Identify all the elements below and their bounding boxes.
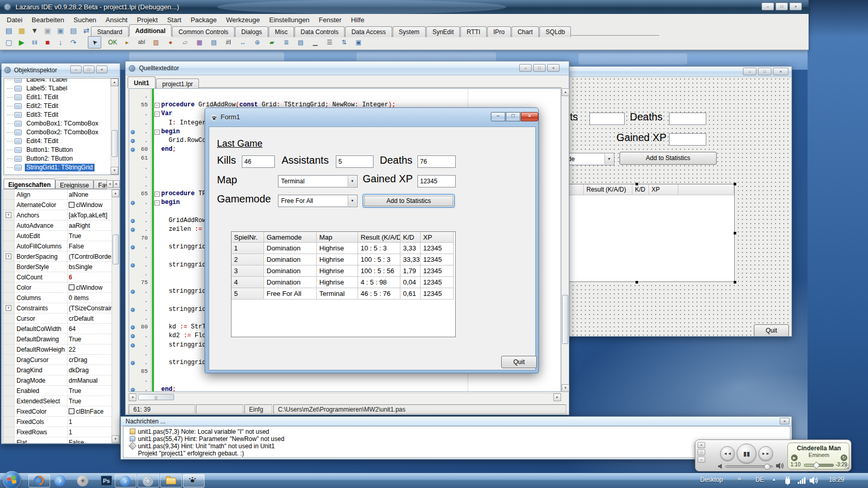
inspector-splitter[interactable]: ......... — [4, 175, 119, 179]
quit-button[interactable]: Quit — [754, 324, 789, 336]
grid-cell[interactable]: 3 — [231, 265, 264, 277]
grid-cell[interactable]: 4 — [231, 277, 264, 288]
grid-cell[interactable]: Free For All — [264, 288, 317, 300]
close-button[interactable]: × — [698, 442, 705, 448]
grid-cell[interactable]: 10 : 5 : 3 — [358, 243, 400, 254]
shape-icon[interactable]: ● — [164, 37, 177, 48]
tree-item[interactable]: Edit3: TEdit — [4, 111, 107, 119]
property-value[interactable]: True — [69, 387, 113, 395]
tree-item[interactable]: Button2: TButton — [4, 154, 107, 163]
expand-icon[interactable]: + — [6, 305, 11, 311]
clock[interactable]: 18:29 — [829, 476, 844, 483]
property-row[interactable]: +Constraints(TSizeConstraints) — [3, 303, 113, 313]
property-row[interactable]: FlatFalse — [3, 437, 113, 444]
editor-tab-project1-lpr[interactable]: project1.lpr — [156, 78, 199, 89]
new-unit-icon[interactable]: ▤ — [3, 25, 14, 36]
scrollbar-thumb[interactable] — [112, 130, 118, 157]
step-over-icon[interactable]: ↷ — [68, 37, 79, 48]
taskbar-itunes-icon[interactable]: ♪ — [54, 475, 66, 486]
property-value[interactable]: clWindow — [69, 284, 113, 291]
source-editor-titlebar[interactable]: ҉ Quelltexteditor – □ × — [126, 61, 569, 75]
tree-item-label[interactable]: StringGrid1: TStringGrid — [25, 164, 95, 171]
editor-vscrollbar[interactable]: ▲ ▼ — [561, 88, 569, 392]
statictext-icon[interactable]: abI — [135, 37, 148, 48]
debug-line-dot[interactable] — [131, 308, 135, 312]
view-units-icon[interactable]: ▤ — [68, 25, 79, 36]
palette-tab-ipro[interactable]: IPro — [487, 26, 511, 37]
property-value[interactable]: True — [69, 336, 113, 343]
property-value[interactable]: 1 — [69, 429, 113, 436]
property-row[interactable]: ColCount6 — [3, 272, 113, 282]
expand-icon[interactable]: + — [6, 254, 11, 259]
property-value[interactable]: crDrag — [69, 356, 113, 364]
grid-header-cell[interactable]: SpielNr. — [231, 232, 264, 243]
property-row[interactable]: DefaultDrawingTrue — [3, 334, 113, 344]
pagecontrol-icon[interactable]: ▣ — [352, 37, 365, 48]
tree-item-label[interactable]: Edit3: TEdit — [25, 111, 60, 119]
palette-tab-data-access[interactable]: Data Access — [345, 26, 392, 37]
minimize-button[interactable]: – — [491, 112, 505, 121]
tree-item-label[interactable]: Edit4: TEdit — [25, 137, 60, 145]
updown-icon[interactable]: ⇅ — [337, 37, 351, 48]
minimize-button[interactable]: – — [698, 456, 705, 463]
gained-xp-input[interactable]: 12345 — [417, 175, 456, 187]
grid-cell[interactable]: Highrise — [317, 254, 358, 265]
tree-item[interactable]: StringGrid1: TStringGrid — [4, 163, 107, 172]
resize-grip[interactable] — [844, 464, 849, 469]
property-row[interactable]: +Anchors[akTop,akLeft] — [3, 210, 113, 221]
minimize-button[interactable]: – — [70, 66, 82, 73]
speedbutton-icon[interactable]: ▸ — [120, 37, 134, 48]
property-value[interactable]: alNone — [69, 191, 113, 198]
maximize-button[interactable]: □ — [533, 64, 546, 72]
volume-thumb[interactable] — [764, 464, 770, 470]
grid-cell[interactable]: Domination — [264, 277, 317, 288]
debug-line-dot[interactable] — [131, 361, 135, 365]
property-value[interactable]: False — [69, 243, 113, 250]
property-value[interactable]: True — [69, 398, 113, 405]
network-signal-icon[interactable] — [798, 477, 807, 484]
close-button[interactable]: × — [521, 112, 538, 121]
form1-titlebar[interactable]: Form1 – □ × — [207, 109, 537, 127]
grid-cell[interactable]: Highrise — [317, 277, 358, 288]
tree-item[interactable]: Edit4: TEdit — [4, 137, 107, 146]
scroll-down-button[interactable]: ▼ — [111, 167, 118, 175]
taskbar-explorer-button[interactable] — [160, 474, 182, 487]
scrollbar-thumb[interactable] — [113, 234, 119, 264]
designer-form-surface[interactable]: ts Deaths Gained XP de ▼ Add to Statisti… — [538, 77, 792, 336]
palette-tab-data-controls[interactable]: Data Controls — [295, 26, 345, 37]
main-titlebar[interactable]: ҉ Lazarus IDE v0.9.28.2 Beta - project1.… — [0, 0, 809, 14]
bevel-icon[interactable]: ▱ — [178, 37, 192, 48]
desktop-toolbar-label[interactable]: Desktop — [700, 476, 723, 483]
grid-cell[interactable]: 12345 — [421, 288, 454, 300]
palette-tab-misc[interactable]: Misc — [269, 26, 294, 37]
selection-handle[interactable] — [636, 281, 638, 284]
tree-item[interactable]: Label5: TLabel — [4, 84, 107, 93]
code-fold-icon[interactable]: − — [154, 130, 160, 135]
trackbar-icon[interactable]: ⊕ — [251, 37, 264, 48]
save-icon[interactable]: ▣ — [42, 25, 53, 36]
property-row[interactable]: DragKinddkDrag — [3, 365, 113, 375]
taskbar-lazarus-button[interactable]: ҉ — [137, 474, 159, 487]
grid-cell[interactable]: 12345 — [421, 277, 454, 288]
tree-item[interactable]: ComboBox1: TComboBox — [4, 119, 107, 128]
grid-cell[interactable]: 12345 — [421, 265, 454, 277]
property-scrollbar[interactable]: ▲ ▼ — [112, 190, 119, 443]
property-row[interactable]: DefaultColWidth64 — [3, 324, 113, 334]
close-button[interactable]: × — [780, 418, 789, 424]
grid-header-cell[interactable] — [678, 184, 734, 195]
grid-cell[interactable]: Domination — [264, 265, 317, 277]
menu-item-werkzeuge[interactable]: Werkzeuge — [222, 14, 265, 25]
grid-cell[interactable]: Domination — [264, 243, 317, 254]
scrollbar-thumb[interactable] — [562, 295, 568, 344]
property-value[interactable]: 6 — [69, 274, 113, 281]
scrollbar-thumb[interactable]: ||| — [138, 394, 174, 400]
scroll-down-button[interactable]: ▼ — [112, 435, 119, 443]
object-inspector-titlebar[interactable]: ҉ Objektinspektor – □ × — [2, 64, 120, 77]
grid-cell[interactable]: 46 : 5 : 76 — [358, 288, 400, 300]
property-row[interactable]: FixedRows1 — [3, 427, 113, 437]
message-row[interactable]: unit1.pas(9,34) Hint: Unit "math" not us… — [123, 443, 785, 450]
property-row[interactable]: EnabledTrue — [3, 386, 113, 396]
scroll-left-button[interactable]: ◄ — [129, 393, 136, 401]
grid-cell[interactable]: Highrise — [317, 265, 358, 277]
debug-line-dot[interactable] — [131, 263, 135, 267]
